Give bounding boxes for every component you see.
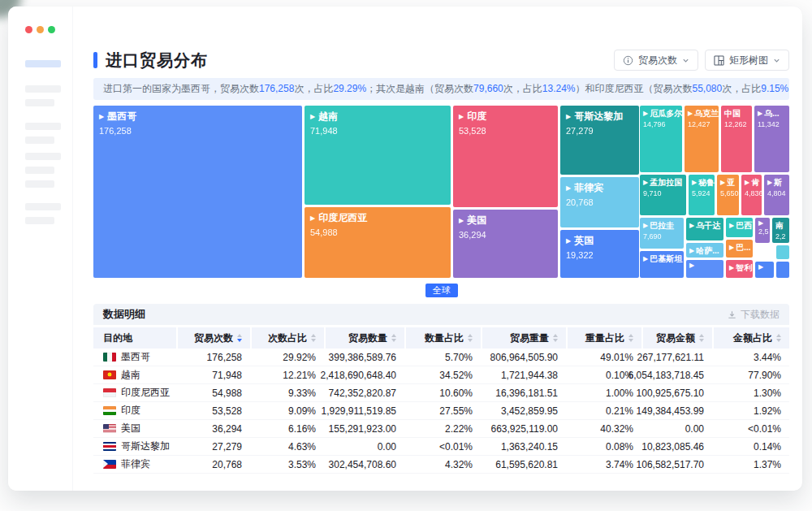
- sort-icon[interactable]: [553, 334, 558, 342]
- download-label: 下载数据: [741, 308, 780, 322]
- block-value: 54,988: [310, 227, 445, 237]
- country-label: 厄瓜多尔: [650, 108, 682, 119]
- value-cell: 49.01%: [568, 349, 641, 366]
- block-value: 19,322: [566, 250, 633, 260]
- treemap-block-巴基斯坦[interactable]: ▶巴基斯坦: [640, 251, 684, 278]
- country-label: 巴基斯坦: [650, 253, 682, 265]
- download-data-button[interactable]: 下载数据: [727, 308, 780, 322]
- sidebar-item-placeholder[interactable]: [25, 180, 54, 188]
- sidebar-item-placeholder[interactable]: [25, 217, 54, 224]
- treemap-block-印度尼西亚[interactable]: ▶印度尼西亚54,988: [304, 207, 451, 278]
- treemap-block-blank-29[interactable]: [776, 262, 789, 278]
- treemap-block-blank-27[interactable]: ▶: [755, 262, 774, 278]
- sidebar-item-placeholder[interactable]: [25, 203, 61, 210]
- breadcrumb-global-button[interactable]: 全球: [425, 284, 458, 297]
- column-header-次数占比[interactable]: 次数占比: [252, 327, 324, 349]
- treemap-block-斯[interactable]: ▶斯4,804: [764, 175, 789, 215]
- chart-type-selector[interactable]: 矩形树图: [705, 50, 789, 71]
- table-row-印度[interactable]: 印度53,5289.09%1,929,911,519.8527.55%3,452…: [93, 402, 789, 420]
- summary-text: 次，占比: [503, 83, 542, 94]
- sort-icon[interactable]: [699, 334, 704, 342]
- table-row-哥斯达黎加[interactable]: 哥斯达黎加27,2794.63%0.00<0.01%1,363,240.150.…: [93, 438, 789, 456]
- block-value: 7,690: [643, 232, 680, 240]
- sort-icon[interactable]: [468, 334, 473, 342]
- treemap-block-孟加拉国[interactable]: ▶孟加拉国9,710: [640, 175, 686, 215]
- treemap-block-blank-28[interactable]: [776, 245, 789, 259]
- treemap-block-blank-20[interactable]: ▶2,5: [755, 218, 770, 243]
- close-window-button[interactable]: [25, 26, 32, 33]
- value-cell: 1,363,240.15: [482, 438, 566, 455]
- maximize-window-button[interactable]: [48, 26, 55, 33]
- sidebar-item-placeholder[interactable]: [25, 85, 61, 93]
- column-header-金额占比[interactable]: 金额占比: [714, 327, 789, 349]
- treemap-block-巴拉圭[interactable]: ▶巴拉圭7,690: [640, 218, 684, 249]
- treemap-block-菲律宾[interactable]: ▶菲律宾20,768: [560, 177, 639, 227]
- column-header-贸易重量[interactable]: 贸易重量: [482, 327, 566, 349]
- value-cell: 6.16%: [252, 420, 324, 437]
- treemap-block-blank-25[interactable]: ▶: [686, 260, 723, 278]
- treemap-block-南[interactable]: 南2,2: [772, 218, 789, 243]
- country-label: 智利: [736, 262, 752, 274]
- treemap-block-印度[interactable]: ▶印度53,528: [453, 106, 558, 207]
- treemap-block-乌...[interactable]: ▶乌...11,342: [754, 106, 789, 172]
- table-row-越南[interactable]: 越南71,94812.21%2,418,690,648.4034.52%1,72…: [93, 366, 789, 384]
- column-header-重量占比[interactable]: 重量占比: [568, 327, 641, 349]
- minimize-window-button[interactable]: [37, 26, 44, 33]
- summary-highlight-value: 13.24%: [542, 83, 576, 94]
- sidebar-item-placeholder[interactable]: [25, 167, 54, 174]
- block-value: 4,804: [767, 189, 786, 197]
- sidebar-skeleton: [25, 60, 61, 224]
- drill-down-icon: ▶: [566, 185, 571, 192]
- table-row-菲律宾[interactable]: 菲律宾20,7683.53%302,454,708.604.32%61,595,…: [93, 456, 789, 474]
- flag-icon-vn: [103, 370, 116, 379]
- block-value: 14,796: [643, 120, 679, 128]
- drill-down-icon: ▶: [689, 262, 694, 269]
- column-header-数量占比[interactable]: 数量占比: [406, 327, 481, 349]
- value-cell: 20,768: [178, 456, 250, 473]
- value-cell: 155,291,923.00: [326, 420, 404, 437]
- metric-selector[interactable]: 贸易次数: [614, 50, 698, 71]
- sidebar-item-placeholder[interactable]: [25, 99, 54, 106]
- drill-down-icon: ▶: [729, 265, 734, 271]
- treemap-block-亚[interactable]: ▶亚5,650: [717, 175, 739, 215]
- column-header-贸易数量[interactable]: 贸易数量: [326, 327, 404, 349]
- treemap-block-巴西[interactable]: ▶巴西: [726, 218, 753, 237]
- destination-name: 越南: [121, 368, 140, 382]
- value-cell: 9.33%: [252, 384, 324, 401]
- treemap-block-秘鲁[interactable]: ▶秘鲁5,924: [689, 175, 715, 215]
- treemap-block-墨西哥[interactable]: ▶墨西哥176,258: [93, 106, 302, 278]
- treemap-block-巴...[interactable]: ▶巴...: [726, 240, 753, 258]
- treemap-block-哥斯达黎加[interactable]: ▶哥斯达黎加27,279: [560, 106, 639, 175]
- treemap-block-哈萨...[interactable]: ▶哈萨...: [686, 243, 723, 258]
- treemap-block-厄瓜多尔[interactable]: ▶厄瓜多尔14,796: [640, 106, 682, 172]
- chevron-down-icon: [773, 57, 780, 64]
- destination-cell: 菲律宾: [93, 456, 176, 473]
- sidebar-item-active[interactable]: [25, 60, 61, 67]
- table-row-印度尼西亚[interactable]: 印度尼西亚54,9889.33%742,352,820.8710.60%16,3…: [93, 384, 789, 402]
- treemap: ▶墨西哥176,258▶越南71,948▶印度尼西亚54,988▶印度53,52…: [93, 106, 789, 278]
- table-row-美国[interactable]: 美国36,2946.16%155,291,923.002.22%663,925,…: [93, 420, 789, 438]
- sort-icon[interactable]: [776, 334, 781, 342]
- treemap-block-智利[interactable]: ▶智利: [726, 260, 753, 278]
- treemap-block-乌干达[interactable]: ▶乌干达: [686, 218, 723, 240]
- treemap-block-美国[interactable]: ▶美国36,294: [453, 210, 558, 278]
- sidebar-item-placeholder[interactable]: [25, 123, 61, 130]
- detail-panel-header: 数据明细 下载数据: [93, 304, 789, 325]
- sort-icon[interactable]: [237, 334, 242, 342]
- destination-cell: 哥斯达黎加: [93, 438, 176, 455]
- treemap-block-中国[interactable]: 中国12,262: [721, 106, 752, 172]
- column-header-贸易次数[interactable]: 贸易次数: [178, 327, 250, 349]
- column-header-贸易金额[interactable]: 贸易金额: [643, 327, 712, 349]
- sidebar-item-placeholder[interactable]: [25, 153, 61, 160]
- sort-icon[interactable]: [628, 334, 633, 342]
- treemap-block-英国[interactable]: ▶英国19,322: [560, 230, 639, 278]
- table-row-墨西哥[interactable]: 墨西哥176,25829.92%399,386,589.765.70%806,9…: [93, 349, 789, 366]
- destination-name: 菲律宾: [121, 457, 150, 471]
- sort-icon[interactable]: [391, 334, 396, 342]
- treemap-block-乌克兰[interactable]: ▶乌克兰12,427: [685, 106, 719, 172]
- treemap-block-越南[interactable]: ▶越南71,948: [304, 106, 451, 205]
- sidebar-item-placeholder[interactable]: [25, 136, 54, 144]
- value-cell: 6,054,183,718.45: [643, 366, 712, 383]
- treemap-block-肯[interactable]: ▶肯4,836: [741, 175, 762, 215]
- sort-icon[interactable]: [311, 334, 316, 342]
